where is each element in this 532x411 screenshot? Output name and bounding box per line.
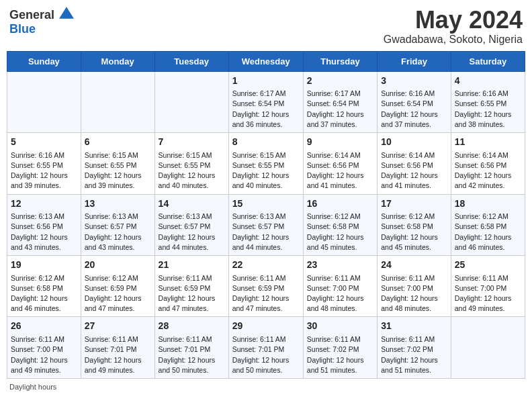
calendar-cell: 29Sunrise: 6:11 AM Sunset: 7:01 PM Dayli… [228,317,303,378]
col-header-wednesday: Wednesday [228,51,303,71]
week-row-1: 5Sunrise: 6:16 AM Sunset: 6:55 PM Daylig… [7,133,525,194]
calendar-cell [154,71,228,132]
calendar-cell [81,71,154,132]
day-number: 13 [85,197,151,211]
calendar-cell: 5Sunrise: 6:16 AM Sunset: 6:55 PM Daylig… [7,133,81,194]
week-row-3: 19Sunrise: 6:12 AM Sunset: 6:58 PM Dayli… [7,256,525,317]
day-info: Sunrise: 6:17 AM Sunset: 6:54 PM Dayligh… [232,89,290,128]
calendar-cell: 13Sunrise: 6:13 AM Sunset: 6:57 PM Dayli… [81,194,154,255]
calendar-cell: 6Sunrise: 6:15 AM Sunset: 6:55 PM Daylig… [81,133,154,194]
day-number: 4 [455,75,521,88]
day-info: Sunrise: 6:17 AM Sunset: 6:54 PM Dayligh… [307,89,364,128]
logo-icon [59,7,74,19]
main-title: May 2024 [384,7,523,34]
calendar-cell: 3Sunrise: 6:16 AM Sunset: 6:54 PM Daylig… [378,71,451,132]
day-number: 7 [159,136,225,149]
daylight-label: Daylight hours [9,383,56,391]
day-number: 14 [159,197,225,211]
day-info: Sunrise: 6:11 AM Sunset: 7:01 PM Dayligh… [232,335,290,374]
day-info: Sunrise: 6:12 AM Sunset: 6:58 PM Dayligh… [11,274,68,313]
day-number: 27 [85,320,151,333]
subtitle: Gwadabawa, Sokoto, Nigeria [384,34,523,46]
col-header-sunday: Sunday [7,51,81,71]
day-info: Sunrise: 6:11 AM Sunset: 7:02 PM Dayligh… [307,335,364,374]
calendar-cell: 24Sunrise: 6:11 AM Sunset: 7:00 PM Dayli… [378,256,451,317]
col-header-tuesday: Tuesday [154,51,228,71]
day-number: 25 [455,259,521,272]
calendar-cell: 10Sunrise: 6:14 AM Sunset: 6:56 PM Dayli… [378,133,451,194]
calendar-cell: 27Sunrise: 6:11 AM Sunset: 7:01 PM Dayli… [81,317,154,378]
day-number: 12 [11,197,77,211]
calendar-header-row: SundayMondayTuesdayWednesdayThursdayFrid… [7,51,525,71]
calendar-cell: 21Sunrise: 6:11 AM Sunset: 6:59 PM Dayli… [154,256,228,317]
calendar-cell: 23Sunrise: 6:11 AM Sunset: 7:00 PM Dayli… [303,256,377,317]
calendar-cell: 20Sunrise: 6:12 AM Sunset: 6:59 PM Dayli… [81,256,154,317]
day-number: 10 [381,136,447,149]
day-info: Sunrise: 6:11 AM Sunset: 7:00 PM Dayligh… [11,335,68,374]
day-info: Sunrise: 6:16 AM Sunset: 6:55 PM Dayligh… [11,151,68,190]
day-number: 15 [232,197,300,211]
day-info: Sunrise: 6:11 AM Sunset: 7:01 PM Dayligh… [85,335,142,374]
day-number: 17 [381,197,447,211]
day-number: 11 [455,136,521,149]
calendar-cell: 28Sunrise: 6:11 AM Sunset: 7:01 PM Dayli… [154,317,228,378]
day-number: 6 [85,136,151,149]
week-row-4: 26Sunrise: 6:11 AM Sunset: 7:00 PM Dayli… [7,317,525,378]
day-info: Sunrise: 6:11 AM Sunset: 7:00 PM Dayligh… [307,274,364,313]
day-info: Sunrise: 6:16 AM Sunset: 6:55 PM Dayligh… [455,89,512,128]
calendar-cell: 11Sunrise: 6:14 AM Sunset: 6:56 PM Dayli… [451,133,525,194]
calendar-cell: 9Sunrise: 6:14 AM Sunset: 6:56 PM Daylig… [303,133,377,194]
day-info: Sunrise: 6:11 AM Sunset: 7:02 PM Dayligh… [381,335,438,374]
day-info: Sunrise: 6:13 AM Sunset: 6:56 PM Dayligh… [11,212,68,251]
day-number: 5 [11,136,77,149]
logo-text: General Blue [9,7,74,36]
logo: General Blue [9,7,74,36]
calendar-cell: 18Sunrise: 6:12 AM Sunset: 6:58 PM Dayli… [451,194,525,255]
col-header-monday: Monday [81,51,154,71]
day-info: Sunrise: 6:15 AM Sunset: 6:55 PM Dayligh… [232,151,290,190]
day-info: Sunrise: 6:13 AM Sunset: 6:57 PM Dayligh… [159,212,216,251]
calendar-cell: 16Sunrise: 6:12 AM Sunset: 6:58 PM Dayli… [303,194,377,255]
day-info: Sunrise: 6:15 AM Sunset: 6:55 PM Dayligh… [85,151,142,190]
day-info: Sunrise: 6:14 AM Sunset: 6:56 PM Dayligh… [381,151,438,190]
day-info: Sunrise: 6:14 AM Sunset: 6:56 PM Dayligh… [307,151,364,190]
day-number: 26 [11,320,77,333]
col-header-thursday: Thursday [303,51,377,71]
calendar-cell: 12Sunrise: 6:13 AM Sunset: 6:56 PM Dayli… [7,194,81,255]
day-number: 18 [455,197,521,211]
day-number: 21 [159,259,225,272]
day-info: Sunrise: 6:15 AM Sunset: 6:55 PM Dayligh… [159,151,216,190]
calendar-cell [451,317,525,378]
footer-note: Daylight hours [7,383,525,391]
day-info: Sunrise: 6:12 AM Sunset: 6:58 PM Dayligh… [455,212,512,251]
day-info: Sunrise: 6:11 AM Sunset: 7:00 PM Dayligh… [455,274,512,313]
col-header-saturday: Saturday [451,51,525,71]
day-number: 3 [381,75,447,88]
day-number: 28 [159,320,225,333]
day-number: 29 [232,320,300,333]
day-info: Sunrise: 6:11 AM Sunset: 7:00 PM Dayligh… [381,274,438,313]
day-number: 2 [307,75,373,88]
day-number: 1 [232,75,300,88]
calendar-cell: 19Sunrise: 6:12 AM Sunset: 6:58 PM Dayli… [7,256,81,317]
week-row-2: 12Sunrise: 6:13 AM Sunset: 6:56 PM Dayli… [7,194,525,255]
day-info: Sunrise: 6:11 AM Sunset: 6:59 PM Dayligh… [232,274,290,313]
week-row-0: 1Sunrise: 6:17 AM Sunset: 6:54 PM Daylig… [7,71,525,132]
calendar-cell: 1Sunrise: 6:17 AM Sunset: 6:54 PM Daylig… [228,71,303,132]
calendar-cell: 17Sunrise: 6:12 AM Sunset: 6:58 PM Dayli… [378,194,451,255]
day-info: Sunrise: 6:14 AM Sunset: 6:56 PM Dayligh… [455,151,512,190]
day-info: Sunrise: 6:12 AM Sunset: 6:59 PM Dayligh… [85,274,142,313]
col-header-friday: Friday [378,51,451,71]
header: General Blue May 2024 Gwadabawa, Sokoto,… [7,7,525,46]
day-info: Sunrise: 6:11 AM Sunset: 6:59 PM Dayligh… [159,274,216,313]
day-number: 16 [307,197,373,211]
day-number: 20 [85,259,151,272]
day-info: Sunrise: 6:13 AM Sunset: 6:57 PM Dayligh… [85,212,142,251]
calendar-cell: 8Sunrise: 6:15 AM Sunset: 6:55 PM Daylig… [228,133,303,194]
logo-blue: Blue [9,22,36,36]
logo-general: General [9,8,54,21]
day-info: Sunrise: 6:12 AM Sunset: 6:58 PM Dayligh… [307,212,364,251]
day-number: 23 [307,259,373,272]
calendar-cell: 4Sunrise: 6:16 AM Sunset: 6:55 PM Daylig… [451,71,525,132]
calendar-cell: 7Sunrise: 6:15 AM Sunset: 6:55 PM Daylig… [154,133,228,194]
